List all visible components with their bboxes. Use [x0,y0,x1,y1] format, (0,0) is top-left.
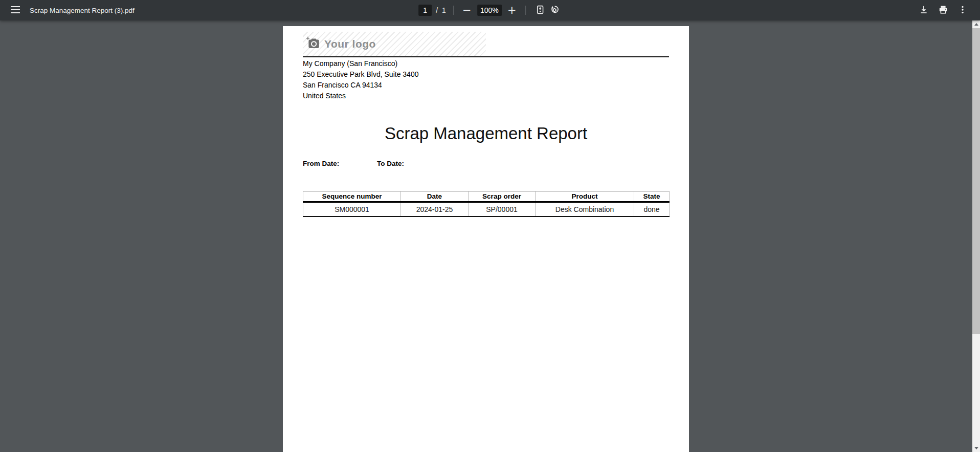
rotate-button[interactable] [547,3,562,17]
table-row: SM000001 2024-01-25 SP/00001 Desk Combin… [303,202,670,217]
header-scrap-order: Scrap order [469,191,536,202]
fit-to-page-button[interactable] [533,3,547,17]
to-date-label: To Date: [377,160,404,167]
zoom-level: 100% [477,5,502,16]
cell-scrap-order: SP/00001 [469,202,536,217]
scrollbar-thumb[interactable] [972,28,980,334]
menu-button[interactable] [8,3,23,17]
toolbar-separator [453,6,454,15]
scroll-down-arrow-icon [974,447,978,449]
download-button[interactable] [917,3,931,17]
header-sequence-number: Sequence number [303,191,401,202]
rotate-counterclockwise-icon [549,5,560,16]
cell-state: done [634,202,670,217]
scrap-report-table: Sequence number Date Scrap order Product… [303,191,670,217]
more-options-button[interactable] [955,3,970,17]
scroll-down-button[interactable] [972,444,980,452]
company-address-block: My Company (San Francisco) 250 Executive… [303,58,418,101]
company-city: San Francisco CA 94134 [303,80,418,91]
zoom-out-button[interactable]: − [461,4,473,17]
company-logo-placeholder: Your logo [303,32,486,56]
company-name: My Company (San Francisco) [303,58,418,69]
from-date-label: From Date: [303,160,339,167]
download-icon [919,5,929,16]
print-icon [938,5,948,16]
header-divider-line [303,56,669,57]
fit-to-page-icon [535,5,545,16]
cell-date: 2024-01-25 [401,202,469,217]
logo-text: Your logo [324,38,376,50]
header-product: Product [536,191,634,202]
toolbar-left-section: Scrap Management Report (3).pdf [8,3,135,17]
company-street: 250 Executive Park Blvd, Suite 3400 [303,69,418,80]
document-filename: Scrap Management Report (3).pdf [30,7,135,14]
scroll-up-button[interactable] [972,20,980,28]
pdf-viewer-toolbar: Scrap Management Report (3).pdf / 1 − 10… [0,0,980,20]
pdf-content-area: Your logo My Company (San Francisco) 250… [0,20,980,452]
print-button[interactable] [936,3,950,17]
header-date: Date [401,191,469,202]
page-divider: / [436,6,438,14]
camera-plus-icon [306,36,320,51]
hamburger-menu-icon [11,6,20,15]
toolbar-right-section [917,3,970,17]
header-state: State [634,191,670,202]
pdf-page: Your logo My Company (San Francisco) 250… [283,26,689,452]
table-header-row: Sequence number Date Scrap order Product… [303,191,670,202]
report-title: Scrap Management Report [283,124,689,143]
vertical-scrollbar[interactable] [972,20,980,452]
cell-product: Desk Combination [536,202,634,217]
page-number-input[interactable] [418,5,432,16]
three-dot-menu-icon [957,5,968,16]
toolbar-separator [525,6,526,15]
zoom-in-button[interactable]: + [506,4,518,17]
page-total: 1 [442,6,446,14]
toolbar-center-controls: / 1 − 100% + [418,0,562,20]
cell-sequence-number: SM000001 [303,202,401,217]
page-count: / 1 [436,6,446,14]
company-country: United States [303,91,418,101]
scroll-up-arrow-icon [974,23,978,26]
